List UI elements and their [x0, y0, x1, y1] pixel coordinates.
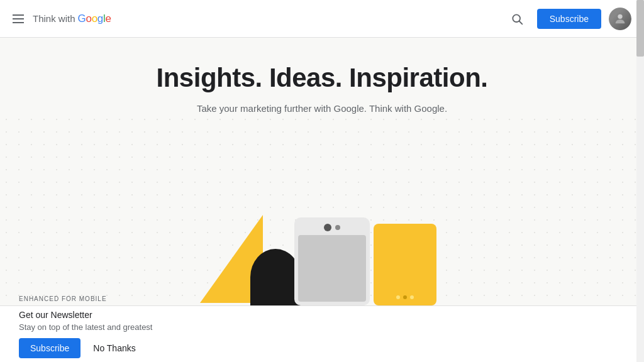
- newsletter-no-thanks-button[interactable]: No Thanks: [93, 343, 135, 353]
- newsletter-banner: Get our Newsletter Stay on top of the la…: [0, 305, 636, 362]
- scrollbar[interactable]: [636, 0, 644, 362]
- hero-subtitle: Take your marketing further with Google.…: [13, 103, 631, 114]
- device-phone: [294, 217, 370, 305]
- site-logo: Think with Google: [33, 13, 111, 25]
- black-shape: [250, 249, 301, 305]
- device-dots: [396, 295, 414, 299]
- main-content: Insights. Ideas. Inspiration. Take your …: [0, 38, 644, 114]
- navbar: Think with Google Subscribe: [0, 0, 644, 38]
- enhanced-label: ENHANCED FOR MOBILE: [19, 295, 107, 302]
- logo-prefix: Think with: [33, 13, 75, 24]
- logo-o2: o: [92, 13, 97, 25]
- avatar-image: [609, 8, 631, 30]
- nav-subscribe-button[interactable]: Subscribe: [537, 9, 601, 29]
- newsletter-actions: Subscribe No Thanks: [19, 338, 618, 358]
- camera-lens: [324, 224, 331, 231]
- newsletter-title: Get our Newsletter: [19, 310, 618, 320]
- logo-o1: o: [86, 13, 91, 25]
- newsletter-subtitle: Stay on top of the latest and greatest: [19, 322, 618, 332]
- logo-g2: g: [97, 13, 103, 25]
- logo-e: e: [105, 13, 111, 25]
- newsletter-subscribe-button[interactable]: Subscribe: [19, 338, 80, 358]
- illustration-area: [0, 192, 636, 305]
- logo-g: G: [78, 13, 86, 25]
- svg-line-1: [519, 21, 522, 24]
- dot2: [403, 295, 407, 299]
- menu-icon[interactable]: [13, 14, 24, 23]
- google-logo: Google: [78, 13, 111, 25]
- hero-title: Insights. Ideas. Inspiration.: [13, 63, 631, 93]
- device-yellow: [374, 224, 436, 305]
- camera-lens-small: [335, 225, 340, 230]
- device-screen: [298, 235, 366, 302]
- search-icon[interactable]: [504, 6, 530, 31]
- avatar[interactable]: [609, 8, 631, 30]
- dot1: [396, 295, 400, 299]
- dot3: [410, 295, 414, 299]
- svg-point-2: [618, 14, 622, 18]
- scrollbar-thumb[interactable]: [636, 0, 644, 57]
